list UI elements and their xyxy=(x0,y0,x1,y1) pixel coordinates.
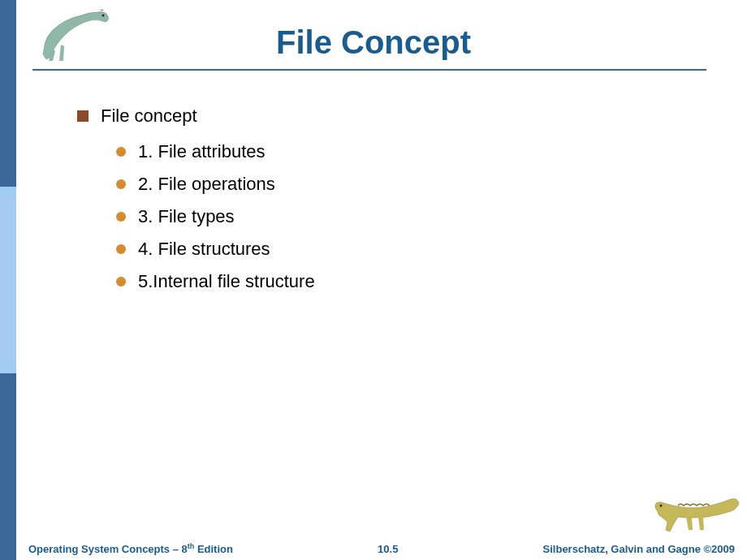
sub-bullet-row: 2. File operations xyxy=(116,174,646,195)
svg-point-1 xyxy=(660,505,663,507)
sub-bullet-row: 3. File types xyxy=(116,206,646,227)
dinosaur-bottom-icon xyxy=(650,483,743,540)
sub-bullet-row: 5.Internal file structure xyxy=(116,271,646,292)
sidebar-segment-mid xyxy=(0,187,16,373)
sidebar-decoration xyxy=(0,0,16,560)
sub-bullet-text: 5.Internal file structure xyxy=(138,271,315,292)
sub-bullet-row: 4. File structures xyxy=(116,239,646,260)
circle-bullet-icon xyxy=(116,277,126,286)
title-underline xyxy=(32,69,706,71)
footer-left: Operating System Concepts – 8th Edition xyxy=(28,542,233,555)
footer-book-title-suffix: Edition xyxy=(194,543,233,555)
sub-bullet-text: 4. File structures xyxy=(138,239,270,260)
svg-point-0 xyxy=(102,15,105,17)
sub-bullet-text: 2. File operations xyxy=(138,174,275,195)
main-bullet-row: File concept xyxy=(77,106,646,127)
sidebar-segment-bottom xyxy=(0,373,16,560)
sub-bullet-text: 3. File types xyxy=(138,206,235,227)
footer-edition-super: th xyxy=(188,542,195,550)
sub-bullet-text: 1. File attributes xyxy=(138,141,266,162)
sub-bullet-row: 1. File attributes xyxy=(116,141,646,162)
footer-copyright: Silberschatz, Galvin and Gagne ©2009 xyxy=(543,543,735,555)
footer-page-number: 10.5 xyxy=(378,543,398,555)
content-area: File concept 1. File attributes 2. File … xyxy=(77,106,646,304)
circle-bullet-icon xyxy=(116,212,126,222)
footer: Operating System Concepts – 8th Edition … xyxy=(16,537,747,560)
circle-bullet-icon xyxy=(116,147,126,157)
circle-bullet-icon xyxy=(116,179,126,189)
slide-title: File Concept xyxy=(0,24,747,61)
circle-bullet-icon xyxy=(116,244,126,254)
main-bullet-text: File concept xyxy=(101,106,197,127)
footer-book-title-prefix: Operating System Concepts – 8 xyxy=(28,543,188,555)
square-bullet-icon xyxy=(77,110,89,122)
